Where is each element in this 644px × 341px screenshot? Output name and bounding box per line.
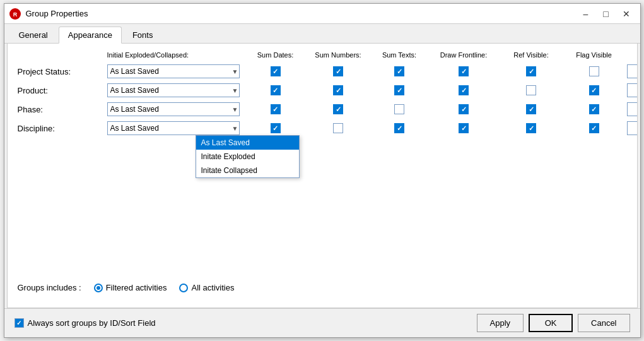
dropdown-product[interactable]: As Last Saved Initate Exploded Initate C… [107, 83, 240, 97]
radio-all-activities[interactable]: All activities [179, 283, 234, 292]
final-line-select-3[interactable] [627, 121, 638, 135]
checkbox[interactable] [271, 104, 281, 114]
header-flag-visible: Flag Visible [563, 51, 626, 59]
checkbox[interactable] [394, 85, 404, 95]
checkbox[interactable] [459, 85, 469, 95]
checkbox[interactable] [333, 66, 343, 76]
dropdown-phase[interactable]: As Last Saved Initate Exploded Initate C… [107, 102, 240, 116]
checkbox[interactable] [589, 66, 599, 76]
table-row: Phase: As Last Saved Initate Exploded In… [18, 100, 627, 119]
minimize-button[interactable]: – [577, 7, 595, 21]
row-label-discipline: Discipline: [18, 124, 106, 133]
groups-includes-label: Groups includes : [18, 283, 81, 292]
dropdown-project-status-select[interactable]: As Last Saved Initate Exploded Initate C… [107, 64, 240, 78]
row-label-product: Product: [18, 86, 106, 95]
final-line-1[interactable]: ▼ [627, 83, 638, 97]
header-final-line: Final Line: [627, 51, 638, 59]
apply-button[interactable]: Apply [477, 314, 524, 332]
final-line-select-2[interactable] [627, 102, 638, 116]
header-sum-dates: Sum Dates: [247, 51, 304, 59]
title-bar-left: R Group Properties [9, 8, 88, 20]
sort-checkbox-label: Always sort groups by ID/Sort Field [28, 318, 156, 328]
checkbox[interactable] [394, 66, 404, 76]
dropdown-option-initate-exploded[interactable]: Initate Exploded [196, 150, 299, 164]
tab-appearance[interactable]: Appearance [59, 27, 122, 44]
final-line-select-0[interactable] [627, 64, 638, 78]
window: R Group Properties – □ ✕ General Appeara… [4, 3, 641, 338]
dropdown-option-initate-collapsed[interactable]: Initate Collapsed [196, 164, 299, 177]
window-title: Group Properties [26, 9, 88, 18]
main-content: Initial Exploded/Collapsed: Sum Dates: S… [7, 44, 638, 308]
footer: Always sort groups by ID/Sort Field Appl… [4, 308, 640, 337]
groups-includes: Groups includes : Filtered activities Al… [18, 283, 627, 292]
checkbox[interactable] [333, 123, 343, 133]
checkbox[interactable] [526, 66, 536, 76]
checkbox[interactable] [589, 85, 599, 95]
table-row: Project Status: As Last Saved Initate Ex… [18, 62, 627, 81]
ok-button[interactable]: OK [529, 314, 573, 332]
checkbox[interactable] [394, 104, 404, 114]
checkbox[interactable] [459, 66, 469, 76]
checkbox[interactable] [459, 104, 469, 114]
checkbox[interactable] [589, 104, 599, 114]
tab-bar: General Appearance Fonts [4, 24, 640, 44]
sort-checkbox[interactable] [15, 318, 24, 328]
table-row: Discipline: As Last Saved Initate Explod… [18, 119, 627, 138]
dropdown-phase-select[interactable]: As Last Saved Initate Exploded Initate C… [107, 102, 240, 116]
ref-visible-cb-0[interactable] [501, 66, 561, 76]
radio-label-filtered: Filtered activities [106, 283, 167, 292]
checkbox[interactable] [394, 123, 404, 133]
checkbox[interactable] [526, 85, 536, 95]
checkbox[interactable] [526, 104, 536, 114]
checkbox[interactable] [333, 104, 343, 114]
header-sum-numbers: Sum Numbers: [305, 51, 372, 59]
checkbox[interactable] [526, 123, 536, 133]
maximize-button[interactable]: □ [597, 7, 615, 21]
flag-visible-cb-0[interactable] [563, 66, 626, 76]
tab-fonts[interactable]: Fonts [123, 27, 163, 43]
checkbox[interactable] [271, 85, 281, 95]
final-line-3[interactable]: ▼ [627, 121, 638, 135]
title-bar-buttons: – □ ✕ [577, 7, 635, 21]
checkbox[interactable] [271, 123, 281, 133]
checkbox[interactable] [271, 66, 281, 76]
header-draw-frontline: Draw Frontline: [428, 51, 500, 59]
header-initial: Initial Exploded/Collapsed: [107, 51, 246, 59]
radio-button-filtered[interactable] [94, 284, 103, 292]
dropdown-discipline[interactable]: As Last Saved Initate Exploded Initate C… [107, 121, 240, 135]
discipline-dropdown-popup: As Last Saved Initate Exploded Initate C… [196, 135, 300, 178]
dropdown-discipline-select[interactable]: As Last Saved Initate Exploded Initate C… [107, 121, 240, 135]
dropdown-product-select[interactable]: As Last Saved Initate Exploded Initate C… [107, 83, 240, 97]
radio-label-all: All activities [191, 283, 234, 292]
sort-checkbox-area[interactable]: Always sort groups by ID/Sort Field [15, 318, 156, 328]
dropdown-option-as-last-saved[interactable]: As Last Saved [196, 136, 299, 150]
draw-frontline-cb-0[interactable] [428, 66, 500, 76]
radio-filtered-activities[interactable]: Filtered activities [94, 283, 167, 292]
close-button[interactable]: ✕ [618, 7, 635, 21]
cancel-button[interactable]: Cancel [578, 314, 629, 332]
radio-button-all[interactable] [179, 284, 188, 292]
final-line-2[interactable]: ▼ [627, 102, 638, 116]
header-ref-visible: Ref Visible: [501, 51, 561, 59]
row-label-project-status: Project Status: [18, 67, 106, 76]
checkbox[interactable] [333, 85, 343, 95]
final-line-0[interactable]: ▼ [627, 64, 638, 78]
final-line-select-1[interactable] [627, 83, 638, 97]
svg-text:R: R [13, 11, 17, 18]
app-icon: R [9, 8, 21, 20]
sum-texts-cb-0[interactable] [373, 66, 426, 76]
dropdown-project-status[interactable]: As Last Saved Initate Exploded Initate C… [107, 64, 240, 78]
header-sum-texts: Sum Texts: [373, 51, 426, 59]
table-row: Product: As Last Saved Initate Exploded … [18, 81, 627, 100]
table-header: Initial Exploded/Collapsed: Sum Dates: S… [18, 51, 627, 62]
checkbox[interactable] [459, 123, 469, 133]
sum-numbers-cb-0[interactable] [305, 66, 372, 76]
title-bar: R Group Properties – □ ✕ [4, 4, 640, 24]
tab-general[interactable]: General [9, 27, 57, 43]
footer-buttons: Apply OK Cancel [477, 314, 630, 332]
sum-dates-cb-0[interactable] [247, 66, 304, 76]
row-label-phase: Phase: [18, 105, 106, 114]
checkbox[interactable] [589, 123, 599, 133]
